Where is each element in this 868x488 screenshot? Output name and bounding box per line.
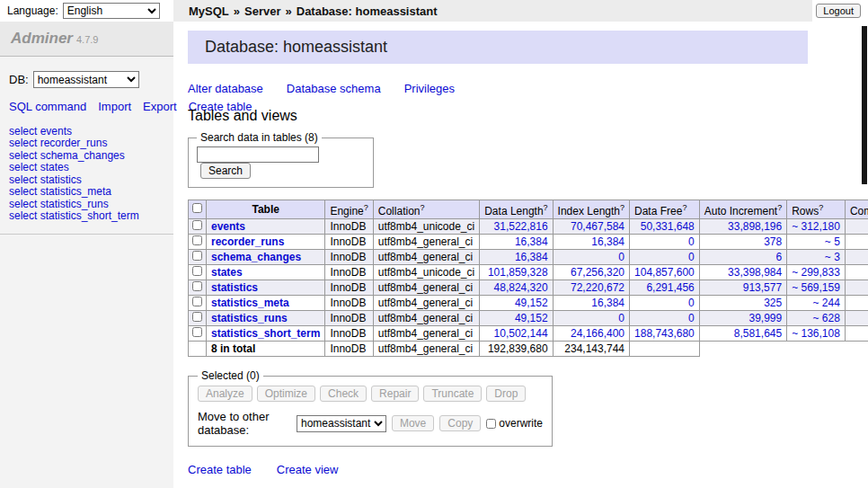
copy-button[interactable]: Copy [439,415,481,431]
search-legend: Search data in tables (8) [197,131,322,144]
engine-cell: InnoDB [325,250,373,265]
column-header-data-length: Data Length? [480,200,553,219]
data-length-cell: 16,384 [480,235,553,250]
table-row: schema_changesInnoDButf8mb4_general_ci16… [189,250,868,265]
row-checkbox[interactable] [192,235,202,245]
check-button[interactable]: Check [320,386,367,402]
collation-cell: utf8mb4_unicode_ci [373,219,479,235]
table-link-states[interactable]: states [211,266,243,279]
sidebar-table-link-statistics-meta[interactable]: select statistics_meta [9,186,164,199]
breadcrumb-link-mysql[interactable]: MySQL [189,4,229,18]
data-free-cell: 188,743,680 [630,326,700,342]
table-row: statistics_runsInnoDButf8mb4_general_ci4… [189,311,868,326]
engine-cell: InnoDB [325,280,373,296]
data-length-cell: 48,824,320 [480,280,553,296]
index-length-cell: 70,467,584 [553,219,629,235]
data-free-cell: 6,291,456 [630,280,700,296]
privileges-link[interactable]: Privileges [404,82,455,95]
move-button[interactable]: Move [392,415,434,431]
engine-cell: InnoDB [325,265,373,280]
index-length-cell: 24,166,400 [553,326,629,342]
sidebar-table-link-recorder-runs[interactable]: select recorder_runs [9,138,164,150]
data-free-cell: 0 [630,235,700,250]
row-checkbox[interactable] [192,327,202,337]
data-length-cell: 49,152 [480,311,553,326]
column-header-data-free: Data Free? [630,200,700,219]
row-checkbox[interactable] [192,312,202,322]
db-label: DB: [9,73,29,86]
table-link-statistics-short-term[interactable]: statistics_short_term [211,327,320,340]
engine-cell: InnoDB [325,326,373,342]
sidebar-actions: SQL commandImportExportCreate table [9,99,169,115]
sidebar-action-import[interactable]: Import [98,100,131,113]
db-select[interactable]: homeassistant [33,71,139,88]
total-row: 8 in totalInnoDButf8mb4_general_ci192,83… [189,342,868,357]
table-link-statistics-runs[interactable]: statistics_runs [211,312,288,324]
engine-cell: InnoDB [325,235,373,250]
sidebar-table-link-events[interactable]: select events [9,126,164,138]
alter-database-link[interactable]: Alter database [188,82,263,95]
column-header-collation: Collation? [373,200,479,219]
table-link-statistics[interactable]: statistics [211,281,258,294]
table-link-statistics-meta[interactable]: statistics_meta [211,297,289,309]
column-header-comment: Comment? [845,200,868,219]
comment-cell [845,265,868,280]
repair-button[interactable]: Repair [371,386,419,402]
database-action-links: Alter databaseDatabase schemaPrivileges [188,82,814,95]
rows-cell: ~ 628 [787,311,846,326]
comment-cell [845,235,868,250]
table-row: recorder_runsInnoDButf8mb4_general_ci16,… [189,235,868,250]
sidebar-table-link-statistics-runs[interactable]: select statistics_runs [9,199,164,211]
column-header-table: Table [207,200,325,219]
row-checkbox[interactable] [192,266,202,276]
truncate-button[interactable]: Truncate [423,386,482,402]
sidebar-action-export[interactable]: Export [143,100,177,113]
sidebar-table-link-statistics[interactable]: select statistics [9,174,164,187]
sidebar-table-link-statistics-short-term[interactable]: select statistics_short_term [9,210,164,223]
db-selector-row: DB: homeassistant [9,71,164,88]
row-checkbox[interactable] [192,297,202,306]
optimize-button[interactable]: Optimize [257,386,315,402]
move-db-select[interactable]: homeassistant [297,415,386,432]
language-select[interactable]: English [63,3,160,19]
sidebar-table-link-schema-changes[interactable]: select schema_changes [9,150,164,163]
logout-button[interactable]: Logout [816,4,861,18]
sidebar-action-sql-command[interactable]: SQL command [9,100,86,113]
database-schema-link[interactable]: Database schema [287,82,381,95]
collation-cell: utf8mb4_general_ci [373,296,479,311]
table-link-recorder-runs[interactable]: recorder_runs [211,235,284,248]
overwrite-checkbox[interactable] [486,419,496,429]
row-checkbox[interactable] [192,281,202,291]
sidebar-table-link-states[interactable]: select states [9,162,164,174]
auto-increment-cell: 6 [699,250,786,265]
select-all-checkbox[interactable] [192,203,202,213]
collation-cell: utf8mb4_unicode_ci [373,265,479,280]
sidebar-table-list: select eventsselect recorder_runsselect … [0,126,173,235]
breadcrumb-link-server[interactable]: Server [244,4,280,18]
scrollbar-thumb[interactable] [862,26,867,184]
create-view-link[interactable]: Create view [277,463,339,476]
collation-cell: utf8mb4_general_ci [373,280,479,296]
search-button[interactable]: Search [200,163,251,179]
analyze-button[interactable]: Analyze [198,386,252,402]
total-label-cell: 8 in total [207,342,325,357]
drop-button[interactable]: Drop [486,386,526,402]
rows-cell: ~ 244 [787,296,846,311]
engine-cell: InnoDB [325,311,373,326]
engine-cell: InnoDB [325,219,373,235]
data-free-cell: 0 [630,311,700,326]
app-name[interactable]: Adminer [11,30,73,47]
adminer-logo: Adminer4.7.9 [0,22,173,57]
auto-increment-cell: 8,581,645 [699,326,786,342]
data-length-cell: 16,384 [480,250,553,265]
table-link-events[interactable]: events [211,220,245,233]
overwrite-option: overwrite [486,417,543,430]
search-input[interactable] [197,146,319,163]
table-link-schema-changes[interactable]: schema_changes [211,251,301,263]
collation-cell: utf8mb4_general_ci [373,250,479,265]
create-table-link[interactable]: Create table [188,463,252,476]
bulk-action-buttons: AnalyzeOptimizeCheckRepairTruncateDrop [198,386,543,402]
row-checkbox[interactable] [192,220,202,230]
row-checkbox[interactable] [192,251,202,261]
comment-cell [845,311,868,326]
